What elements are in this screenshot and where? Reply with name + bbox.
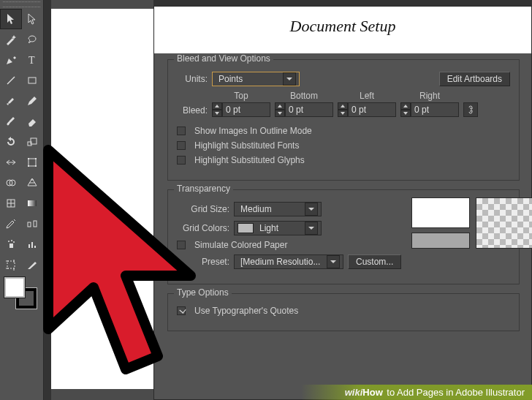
scale-tool[interactable] (22, 132, 44, 152)
stepper-down-icon[interactable] (338, 110, 348, 117)
simulate-colored-paper-checkbox[interactable] (177, 241, 186, 249)
blend-tool[interactable] (22, 214, 44, 234)
transparency-group: Transparency Grid Size: Medium Grid Colo… (167, 189, 520, 284)
lasso-tool[interactable] (22, 29, 44, 50)
shape-builder-tool[interactable] (0, 173, 22, 193)
show-images-outline-checkbox[interactable] (177, 127, 186, 135)
svg-rect-13 (28, 200, 37, 206)
stepper-up-icon[interactable] (275, 102, 285, 110)
grid-size-dropdown[interactable]: Medium (234, 202, 322, 216)
svg-rect-16 (10, 244, 13, 248)
simulate-colored-paper-label: Simulate Colored Paper (194, 240, 287, 250)
svg-line-1 (7, 77, 15, 84)
eyedropper-tool[interactable] (0, 214, 22, 234)
line-tool[interactable] (0, 70, 22, 91)
grid-size-label: Grid Size: (177, 204, 229, 214)
typographers-quotes-checkbox[interactable] (177, 306, 186, 315)
blob-brush-tool[interactable] (0, 111, 22, 132)
svg-point-18 (11, 240, 12, 241)
dialog-title: Document Setup (154, 7, 531, 49)
group-legend: Type Options (174, 287, 232, 298)
svg-rect-22 (34, 246, 36, 248)
svg-rect-8 (28, 165, 29, 167)
paintbrush-tool[interactable] (0, 91, 22, 111)
slice-tool[interactable] (22, 254, 44, 275)
highlight-sub-glyphs-checkbox[interactable] (177, 156, 186, 165)
grid-colors-label: Grid Colors: (177, 223, 229, 233)
chevron-down-icon (327, 255, 340, 268)
stepper-down-icon[interactable] (212, 110, 222, 117)
edit-artboards-button[interactable]: Edit Artboards (439, 72, 510, 86)
document-canvas (51, 0, 153, 400)
paper-color-swatch[interactable] (411, 197, 470, 228)
magic-wand-tool[interactable] (0, 29, 22, 50)
chevron-down-icon (305, 222, 318, 235)
units-dropdown[interactable]: Points (212, 72, 300, 86)
typographers-quotes-label: Use Typographer's Quotes (194, 306, 298, 316)
panel-grip[interactable] (3, 1, 40, 7)
selection-tool[interactable] (0, 9, 22, 29)
rotate-tool[interactable] (0, 132, 22, 152)
bleed-top-input[interactable]: 0 pt (212, 102, 270, 117)
grid-colors-dropdown[interactable]: Light (234, 221, 322, 235)
type-options-group: Type Options Use Typographer's Quotes (167, 293, 520, 331)
preset-label: Preset: (177, 257, 229, 267)
stepper-down-icon[interactable] (275, 110, 285, 117)
eraser-tool[interactable] (22, 111, 44, 132)
highlight-sub-fonts-checkbox[interactable] (177, 141, 186, 150)
rectangle-tool[interactable] (22, 70, 44, 91)
svg-point-17 (8, 241, 10, 242)
pencil-tool[interactable] (22, 91, 44, 111)
svg-rect-5 (28, 159, 36, 166)
stepper-up-icon[interactable] (338, 102, 348, 110)
bleed-top-label: Top (212, 91, 270, 101)
bleed-right-input[interactable]: 0 pt (400, 102, 459, 117)
link-bleed-icon[interactable] (463, 102, 478, 117)
svg-rect-15 (34, 221, 37, 227)
bleed-right-label: Right (400, 91, 459, 101)
svg-rect-9 (35, 165, 37, 167)
svg-text:T: T (28, 55, 35, 66)
svg-rect-20 (28, 244, 30, 248)
units-label: Units: (177, 74, 208, 84)
bleed-view-options-group: Bleed and View Options Units: Points Edi… (167, 59, 520, 181)
svg-rect-2 (28, 78, 36, 83)
group-legend: Transparency (174, 184, 233, 194)
symbol-sprayer-tool[interactable] (0, 234, 22, 254)
mesh-tool[interactable] (0, 193, 22, 214)
preset-dropdown[interactable]: [Medium Resolutio... (234, 254, 343, 269)
svg-rect-14 (28, 222, 31, 227)
direct-selection-tool[interactable] (22, 9, 44, 29)
bleed-bottom-input[interactable]: 0 pt (275, 102, 333, 117)
gradient-tool[interactable] (22, 193, 44, 214)
grid-color-swatch2[interactable] (411, 233, 470, 249)
width-tool[interactable] (0, 152, 22, 173)
svg-rect-21 (31, 242, 33, 248)
stepper-up-icon[interactable] (212, 102, 222, 110)
tools-panel: T (0, 0, 44, 400)
chevron-down-icon (283, 72, 296, 86)
units-value: Points (216, 74, 283, 84)
bleed-left-label: Left (338, 91, 396, 101)
column-graph-tool[interactable] (22, 234, 44, 254)
artboard-tool[interactable] (0, 254, 22, 275)
chevron-down-icon (305, 203, 318, 216)
type-tool[interactable]: T (22, 50, 44, 70)
bleed-label: Bleed: (177, 105, 208, 116)
free-transform-tool[interactable] (22, 152, 44, 173)
stepper-up-icon[interactable] (400, 102, 411, 110)
grid-color-swatch (238, 223, 254, 233)
fill-stroke-control[interactable] (0, 275, 43, 312)
document-setup-dialog: Document Setup Bleed and View Options Un… (153, 6, 532, 400)
custom-button[interactable]: Custom... (348, 254, 401, 269)
perspective-grid-tool[interactable] (22, 173, 44, 193)
highlight-sub-fonts-label: Highlight Substituted Fonts (194, 140, 299, 151)
svg-rect-6 (28, 158, 29, 159)
svg-rect-7 (35, 158, 37, 159)
transparency-preview (476, 197, 532, 249)
bleed-left-input[interactable]: 0 pt (338, 102, 396, 117)
bleed-bottom-label: Bottom (275, 91, 333, 101)
stepper-down-icon[interactable] (400, 110, 411, 117)
pen-tool[interactable] (0, 50, 22, 70)
fill-swatch[interactable] (4, 277, 25, 298)
